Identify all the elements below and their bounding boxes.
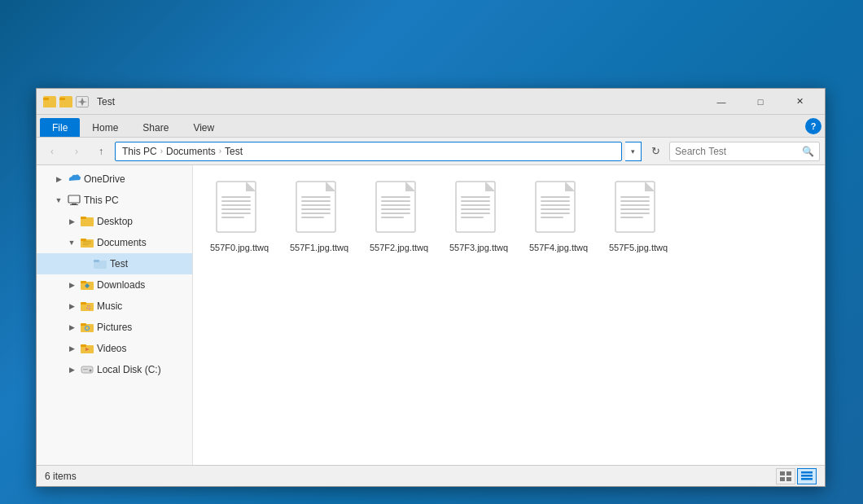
music-label: Music <box>97 300 122 312</box>
svg-rect-64 <box>461 204 490 206</box>
path-test[interactable]: Test <box>225 146 243 157</box>
close-button[interactable]: ✕ <box>781 89 818 115</box>
expand-videos[interactable]: ▶ <box>66 343 77 354</box>
status-bar: 6 items <box>37 465 825 486</box>
sidebar-item-this-pc[interactable]: ▼ This PC <box>37 190 192 211</box>
expand-documents[interactable]: ▼ <box>66 237 77 248</box>
drive-icon <box>81 363 94 376</box>
up-button[interactable]: ↑ <box>90 142 112 161</box>
svg-marker-4 <box>77 97 87 106</box>
this-pc-label: This PC <box>84 195 119 206</box>
svg-rect-73 <box>541 204 570 206</box>
tab-view[interactable]: View <box>181 118 226 137</box>
minimize-button[interactable]: — <box>703 89 740 115</box>
svg-rect-53 <box>381 196 410 198</box>
svg-rect-66 <box>461 213 490 214</box>
file-name-1: 557F1.jpg.ttwq <box>290 242 348 253</box>
onedrive-label: OneDrive <box>84 173 125 185</box>
svg-rect-3 <box>59 98 65 100</box>
path-documents[interactable]: Documents <box>166 146 216 157</box>
tab-home[interactable]: Home <box>80 118 130 137</box>
svg-rect-48 <box>301 213 331 214</box>
sidebar-item-onedrive[interactable]: ▶ OneDrive <box>37 169 192 190</box>
search-box[interactable]: 🔍 <box>669 142 820 161</box>
forward-button[interactable]: › <box>66 142 87 161</box>
test-label: Test <box>110 258 128 270</box>
file-item[interactable]: 557F1.jpg.ttwq <box>283 175 356 258</box>
window-folder-icon-1 <box>43 96 56 107</box>
expand-this-pc[interactable]: ▼ <box>53 195 64 206</box>
svg-rect-87 <box>786 471 791 476</box>
window-folder-icon-2 <box>59 96 72 107</box>
svg-rect-82 <box>620 204 650 206</box>
svg-rect-16 <box>94 260 99 262</box>
grid-view-button[interactable] <box>776 468 795 484</box>
tab-share[interactable]: Share <box>130 118 181 137</box>
sidebar-item-pictures[interactable]: ▶ Pictures <box>37 317 192 338</box>
sidebar-item-desktop[interactable]: ▶ Desktop <box>37 211 192 232</box>
file-item[interactable]: 557F2.jpg.ttwq <box>362 175 436 258</box>
file-item[interactable]: 557F3.jpg.ttwq <box>442 175 515 258</box>
expand-downloads[interactable]: ▶ <box>66 279 77 291</box>
sidebar-item-local-disk[interactable]: ▶ Local Disk (C:) <box>37 359 192 380</box>
list-view-button[interactable] <box>797 468 817 484</box>
svg-rect-90 <box>801 471 813 474</box>
file-item[interactable]: 557F4.jpg.ttwq <box>522 175 595 258</box>
back-button[interactable]: ‹ <box>42 142 63 161</box>
svg-rect-9 <box>81 217 86 219</box>
svg-rect-74 <box>541 208 570 210</box>
file-item[interactable]: 557F5.jpg.ttwq <box>602 175 675 258</box>
svg-rect-40 <box>221 217 244 218</box>
maximize-button[interactable]: □ <box>742 89 779 115</box>
sidebar-item-music[interactable]: ▶ ♫ Music <box>37 296 192 317</box>
svg-rect-12 <box>83 241 91 242</box>
expand-local-disk[interactable]: ▶ <box>66 364 77 375</box>
title-bar-icons <box>43 96 89 107</box>
svg-rect-47 <box>301 208 331 210</box>
address-path[interactable]: This PC › Documents › Test <box>115 142 622 161</box>
onedrive-icon <box>68 173 81 186</box>
file-icon-3 <box>453 180 505 239</box>
address-bar: ‹ › ↑ This PC › Documents › Test ▾ ↻ 🔍 <box>37 138 825 165</box>
path-this-pc[interactable]: This PC <box>122 146 157 157</box>
videos-icon <box>81 342 94 355</box>
svg-rect-7 <box>70 204 78 205</box>
expand-desktop[interactable]: ▶ <box>66 216 77 227</box>
search-input[interactable] <box>675 146 799 157</box>
address-chevron[interactable]: ▾ <box>625 142 642 161</box>
svg-rect-88 <box>780 477 785 481</box>
file-name-4: 557F4.jpg.ttwq <box>529 242 588 253</box>
downloads-icon <box>81 278 94 291</box>
tab-file[interactable]: File <box>40 118 80 137</box>
file-item[interactable]: 557F0.jpg.ttwq <box>203 175 276 258</box>
computer-icon <box>68 194 81 207</box>
svg-point-30 <box>90 370 92 372</box>
ribbon-tabs: File Home Share View ? <box>37 115 825 138</box>
window-pin-icon[interactable] <box>76 96 89 107</box>
music-icon: ♫ <box>81 300 94 313</box>
svg-rect-49 <box>301 217 324 218</box>
svg-rect-57 <box>381 213 410 214</box>
svg-rect-35 <box>221 196 251 198</box>
refresh-button[interactable]: ↻ <box>645 142 666 161</box>
svg-rect-44 <box>301 196 331 198</box>
file-icon-0 <box>213 180 265 239</box>
svg-rect-85 <box>620 217 643 218</box>
svg-rect-5 <box>68 195 80 203</box>
file-explorer-window: Test — □ ✕ File Home Share View ? ‹ › ↑ … <box>36 88 826 487</box>
svg-rect-76 <box>541 217 563 218</box>
file-name-0: 557F0.jpg.ttwq <box>210 242 269 253</box>
sidebar-item-videos[interactable]: ▶ Videos <box>37 338 192 359</box>
videos-label: Videos <box>97 343 126 354</box>
expand-music[interactable]: ▶ <box>66 300 77 312</box>
search-icon[interactable]: 🔍 <box>802 146 814 157</box>
sidebar-item-test[interactable]: Test <box>37 253 192 274</box>
expand-onedrive[interactable]: ▶ <box>53 173 64 185</box>
sidebar-item-downloads[interactable]: ▶ Downloads <box>37 274 192 296</box>
sidebar-item-documents[interactable]: ▼ Documents <box>37 232 192 253</box>
help-button[interactable]: ? <box>805 118 821 134</box>
svg-rect-1 <box>43 98 49 100</box>
expand-pictures[interactable]: ▶ <box>66 322 77 333</box>
title-bar: Test — □ ✕ <box>37 89 825 115</box>
svg-rect-75 <box>541 213 570 214</box>
